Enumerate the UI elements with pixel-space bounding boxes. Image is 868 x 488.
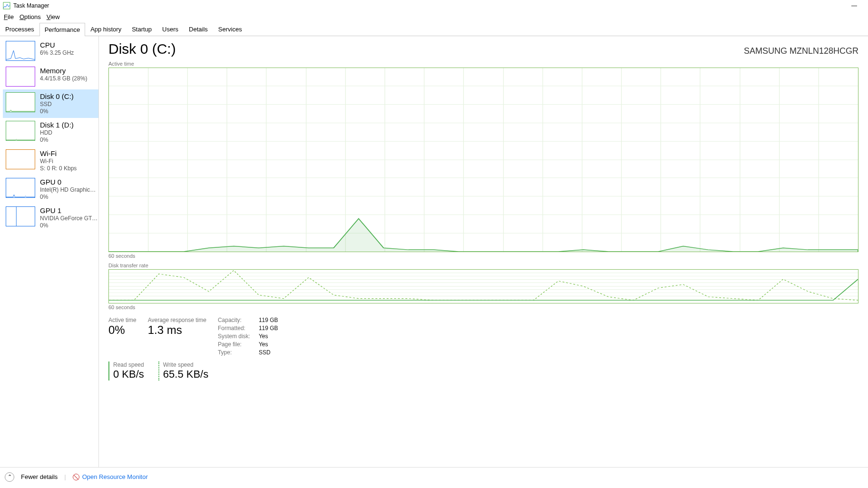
menu-options[interactable]: Options [20,13,41,20]
sidebar-item-disk0[interactable]: Disk 0 (C:) SSD 0% [3,89,98,118]
sidebar-item-gpu1[interactable]: GPU 1 NVIDIA GeForce GTX... 0% [3,204,98,232]
sidebar-gpu1-line1: NVIDIA GeForce GTX... [40,215,98,222]
mini-chart-disk1 [6,121,35,141]
main-panel: Disk 0 (C:) SAMSUNG MZNLN128HCGR Active … [99,36,868,467]
resource-monitor-icon [73,474,79,480]
sidebar-disk1-title: Disk 1 (D:) [40,121,74,129]
capacity-value: 119 GB [259,317,297,323]
tab-details[interactable]: Details [184,22,213,36]
sidebar-gpu0-line1: Intel(R) HD Graphics ... [40,186,98,194]
sidebar-disk0-title: Disk 0 (C:) [40,92,74,100]
chart1-xaxis: 60 seconds [108,253,858,259]
chevron-up-icon[interactable]: ⌃ [5,472,14,482]
sidebar-item-cpu[interactable]: CPU 6% 3.25 GHz [3,38,98,64]
write-speed-value: 65.5 KB/s [163,368,208,381]
pagefile-label: Page file: [218,341,259,348]
menu-view[interactable]: View [47,13,60,20]
sidebar-wifi-line1: Wi-Fi [40,158,77,165]
tab-startup[interactable]: Startup [127,22,157,36]
mini-chart-memory [6,67,35,87]
sidebar-wifi-line2: S: 0 R: 0 Kbps [40,165,77,172]
avg-response-value: 1.3 ms [148,323,206,337]
sidebar-memory-title: Memory [40,67,87,75]
window-title: Task Manager [13,2,49,9]
transfer-rate-chart [108,269,858,303]
menubar: File Options View [0,11,868,22]
tab-performance[interactable]: Performance [39,23,85,36]
titlebar: Task Manager — [0,0,868,11]
read-speed-value: 0 KB/s [113,368,144,381]
menu-file[interactable]: File [4,13,14,20]
write-speed-label: Write speed [163,361,208,368]
formatted-value: 119 GB [259,325,297,332]
mini-chart-cpu [6,41,35,61]
mini-chart-wifi [6,149,35,169]
avg-response-label: Average response time [148,317,206,323]
type-value: SSD [259,349,297,356]
sidebar-item-disk1[interactable]: Disk 1 (D:) HDD 0% [3,118,98,146]
sidebar-item-wifi[interactable]: Wi-Fi Wi-Fi S: 0 R: 0 Kbps [3,146,98,175]
chart1-label: Active time [108,61,858,67]
sidebar-disk1-line2: 0% [40,137,74,144]
sidebar-item-gpu0[interactable]: GPU 0 Intel(R) HD Graphics ... 0% [3,175,98,204]
tab-app-history[interactable]: App history [85,22,127,36]
tab-services[interactable]: Services [213,22,247,36]
formatted-label: Formatted: [218,325,259,332]
mini-chart-disk0 [6,92,35,112]
tabbar: Processes Performance App history Startu… [0,22,868,36]
sidebar-wifi-title: Wi-Fi [40,149,77,157]
open-resource-monitor-link[interactable]: Open Resource Monitor [73,473,148,480]
mini-chart-gpu1 [6,206,35,226]
minimize-button[interactable]: — [843,0,865,11]
sidebar-gpu1-title: GPU 1 [40,206,98,215]
sysdisk-value: Yes [259,333,297,340]
read-speed-label: Read speed [113,361,144,368]
mini-chart-gpu0 [6,178,35,198]
tab-processes[interactable]: Processes [0,22,39,36]
active-time-label: Active time [108,317,137,323]
sidebar-gpu1-line2: 0% [40,222,98,229]
performance-sidebar: CPU 6% 3.25 GHz Memory 4.4/15.8 GB (28%)… [0,36,99,467]
active-time-value: 0% [108,323,137,337]
sidebar-memory-line1: 4.4/15.8 GB (28%) [40,75,87,82]
stats-row: Active time 0% Average response time 1.3… [108,317,858,356]
sidebar-cpu-line1: 6% 3.25 GHz [40,49,74,57]
page-title: Disk 0 (C:) [108,41,176,57]
sidebar-gpu0-line2: 0% [40,194,98,201]
capacity-label: Capacity: [218,317,259,323]
disk-model: SAMSUNG MZNLN128HCGR [744,46,858,56]
fewer-details-button[interactable]: Fewer details [21,473,58,480]
sidebar-gpu0-title: GPU 0 [40,178,98,186]
sidebar-item-memory[interactable]: Memory 4.4/15.8 GB (28%) [3,64,98,89]
task-manager-icon [3,2,10,10]
chart2-label: Disk transfer rate [108,263,858,268]
chart2-xaxis: 60 seconds [108,304,858,310]
tab-users[interactable]: Users [157,22,184,36]
pagefile-value: Yes [259,341,297,348]
sidebar-disk0-line1: SSD [40,101,74,108]
sysdisk-label: System disk: [218,333,259,340]
active-time-chart [108,68,858,252]
sidebar-cpu-title: CPU [40,41,74,49]
sidebar-disk0-line2: 0% [40,108,74,115]
type-label: Type: [218,349,259,356]
sidebar-disk1-line1: HDD [40,129,74,137]
footer: ⌃ Fewer details | Open Resource Monitor [0,467,868,486]
